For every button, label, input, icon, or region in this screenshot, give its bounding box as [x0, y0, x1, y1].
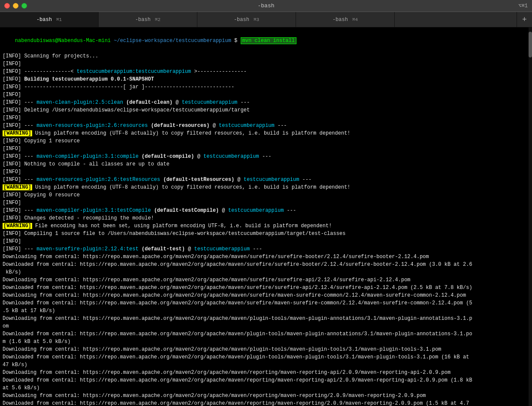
title-bar: -bash ⌥⌘1	[0, 0, 532, 12]
tab-3[interactable]: -bash ⌘3	[197, 12, 296, 27]
tab-bar: -bash ⌘1 -bash ⌘2 -bash ⌘3 -bash ⌘4 +	[0, 12, 532, 27]
line-dled-7: Downloaded from central: https://repo.ma…	[3, 400, 529, 406]
close-button[interactable]	[4, 3, 10, 9]
minimize-button[interactable]	[13, 3, 18, 9]
line-deleting: [INFO] Deleting /Users/nabendubiswas/ecl…	[3, 106, 529, 114]
window-shortcut: ⌥⌘1	[518, 3, 528, 9]
line-compiler-plugin: [INFO] --- maven-compiler-plugin:3.1:com…	[3, 153, 529, 160]
line-dled-6: Downloaded from central: https://repo.ma…	[3, 376, 529, 392]
line-warning-3: [WARNING] File encoding has not been set…	[3, 222, 529, 230]
line-compiling: [INFO] Compiling 1 source file to /Users…	[3, 230, 529, 238]
line-scanning: [INFO] Scanning for projects...	[3, 52, 529, 60]
line-info-7: [INFO]	[3, 238, 529, 245]
line-clean-plugin: [INFO] --- maven-clean-plugin:2.5:clean …	[3, 99, 529, 106]
line-copying-1: [INFO] Copying 1 resource	[3, 137, 529, 145]
line-nothing-compile: [INFO] Nothing to compile - all classes …	[3, 160, 529, 168]
add-tab-button[interactable]: +	[517, 12, 532, 27]
line-dl-2: Downloading from central: https://repo.m…	[3, 276, 529, 284]
line-dl-6: Downloading from central: https://repo.m…	[3, 369, 529, 376]
line-copying-0: [INFO] Copying 0 resource	[3, 191, 529, 199]
tab-4-label: -bash	[332, 17, 348, 23]
tab-2-cmd: ⌘2	[155, 17, 160, 22]
command-text: mvn clean install	[241, 37, 296, 44]
line-dled-1: Downloaded from central: https://repo.ma…	[3, 261, 529, 276]
window-title: -bash	[257, 3, 274, 9]
line-dl-3: Downloading from central: https://repo.m…	[3, 292, 529, 299]
line-warning-1: [WARNING] Using platform encoding (UTF-8…	[3, 129, 529, 137]
line-surefire-plugin: [INFO] --- maven-surefire-plugin:2.12.4:…	[3, 245, 529, 253]
scrollbar[interactable]	[529, 27, 532, 406]
line-dled-2: Downloaded from central: https://repo.ma…	[3, 284, 529, 292]
tab-3-label: -bash	[234, 17, 249, 23]
tab-1-cmd: ⌘1	[56, 17, 62, 22]
terminal-output[interactable]: nabendubiswas@Nabendus-Mac-mini ~/eclips…	[0, 27, 532, 406]
line-info-3: [INFO]	[3, 114, 529, 122]
prompt-user: nabendubiswas@Nabendus-Mac-mini	[15, 38, 111, 44]
prompt-line: nabendubiswas@Nabendus-Mac-mini ~/eclips…	[3, 29, 529, 52]
scrollbar-thumb[interactable]	[529, 32, 532, 57]
line-testcompile-plugin: [INFO] --- maven-compiler-plugin:3.1:tes…	[3, 207, 529, 214]
tab-3-cmd: ⌘3	[254, 17, 259, 22]
line-dl-7: Downloading from central: https://repo.m…	[3, 392, 529, 400]
line-info-1: [INFO]	[3, 60, 529, 68]
line-info-4: [INFO]	[3, 145, 529, 153]
line-changes-detected: [INFO] Changes detected - recompiling th…	[3, 214, 529, 222]
prompt-path: ~/eclipse-workspace/testcucumberappium	[114, 38, 231, 44]
line-info-5: [INFO]	[3, 168, 529, 176]
line-resources-plugin: [INFO] --- maven-resources-plugin:2.6:re…	[3, 122, 529, 129]
tab-4[interactable]: -bash ⌘4	[296, 12, 395, 27]
window-controls	[4, 3, 27, 9]
line-dled-3: Downloaded from central: https://repo.ma…	[3, 299, 529, 315]
line-info-6: [INFO]	[3, 199, 529, 207]
line-dl-4: Downloading from central: https://repo.m…	[3, 315, 529, 330]
line-building: [INFO] Building testcucumberappium 0.0.1…	[3, 75, 529, 83]
maximize-button[interactable]	[21, 3, 27, 9]
line-dled-5: Downloaded from central: https://repo.ma…	[3, 353, 529, 369]
line-info-2: [INFO]	[3, 91, 529, 99]
line-dled-4: Downloaded from central: https://repo.ma…	[3, 330, 529, 346]
line-jar: [INFO] --------------------------------[…	[3, 83, 529, 91]
line-testresources-plugin: [INFO] --- maven-resources-plugin:2.6:te…	[3, 176, 529, 183]
tab-2[interactable]: -bash ⌘2	[99, 12, 197, 27]
tab-2-label: -bash	[135, 17, 151, 23]
tab-4-cmd: ⌘4	[352, 17, 358, 22]
tab-1-label: -bash	[36, 17, 52, 23]
line-dl-1: Downloading from central: https://repo.m…	[3, 253, 529, 261]
tab-1[interactable]: -bash ⌘1	[0, 12, 99, 27]
line-dl-5: Downloading from central: https://repo.m…	[3, 346, 529, 353]
line-warning-2: [WARNING] Using platform encoding (UTF-8…	[3, 183, 529, 191]
line-separator-1: [INFO] ---------------< testcucumberappi…	[3, 68, 529, 75]
